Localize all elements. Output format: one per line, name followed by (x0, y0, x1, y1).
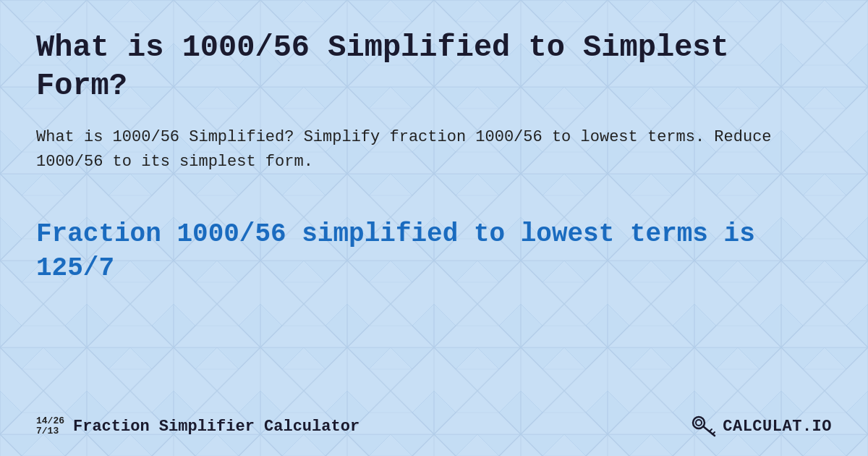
svg-point-13 (696, 420, 702, 426)
page-description: What is 1000/56 Simplified? Simplify fra… (36, 125, 832, 174)
footer-right: CALCULAT.IO (689, 413, 832, 440)
site-title: Fraction Simplifier Calculator (73, 418, 359, 436)
page-title: What is 1000/56 Simplified to Simplest F… (36, 29, 832, 105)
footer-left: 14/26 7/13 Fraction Simplifier Calculato… (36, 416, 359, 437)
result-section: Fraction 1000/56 simplified to lowest te… (36, 218, 832, 286)
fraction-top: 14/26 (36, 416, 64, 426)
key-icon (689, 413, 717, 440)
footer: 14/26 7/13 Fraction Simplifier Calculato… (36, 413, 832, 440)
result-text: Fraction 1000/56 simplified to lowest te… (36, 218, 832, 286)
fraction-bottom: 7/13 (36, 426, 59, 436)
svg-line-15 (710, 429, 712, 431)
calculat-logo: CALCULAT.IO (723, 418, 832, 436)
fraction-stack: 14/26 7/13 (36, 416, 64, 437)
svg-line-16 (712, 432, 715, 434)
